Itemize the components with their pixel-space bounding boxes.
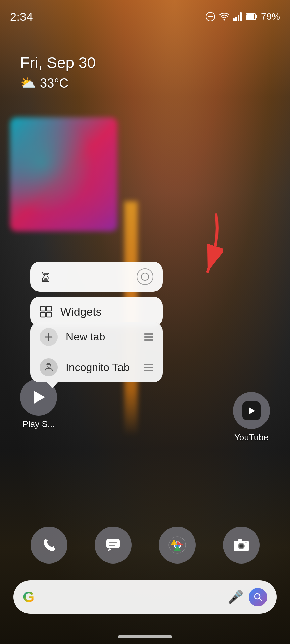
svg-point-2 xyxy=(223,19,225,21)
play-store-label: Play S... xyxy=(22,419,55,429)
photo-widget xyxy=(10,117,117,231)
google-lens-icon[interactable] xyxy=(249,588,267,606)
svg-rect-21 xyxy=(144,339,153,341)
incognito-tab-item[interactable]: Incognito Tab xyxy=(30,352,163,382)
date-display: Fri, Sep 30 xyxy=(20,54,96,72)
home-indicator xyxy=(118,635,172,638)
svg-rect-41 xyxy=(238,539,242,541)
svg-rect-14 xyxy=(47,306,51,311)
incognito-icon xyxy=(40,358,58,376)
svg-rect-3 xyxy=(233,18,235,21)
do-not-disturb-icon xyxy=(205,12,215,22)
svg-rect-26 xyxy=(144,367,153,368)
red-arrow-indicator xyxy=(196,211,223,278)
svg-rect-24 xyxy=(47,363,50,364)
svg-rect-33 xyxy=(109,545,115,546)
weather-icon: ⛅ xyxy=(20,76,36,91)
screen-time-menu-item[interactable]: i xyxy=(30,262,163,292)
google-logo: G xyxy=(23,589,34,605)
status-time: 2:34 xyxy=(10,10,33,23)
messages-app[interactable] xyxy=(95,527,132,564)
svg-rect-13 xyxy=(41,306,45,311)
widgets-label: Widgets xyxy=(60,305,102,318)
svg-rect-42 xyxy=(245,542,247,543)
svg-rect-19 xyxy=(144,333,153,335)
context-menu: i Widgets xyxy=(30,262,163,331)
microphone-icon[interactable]: 🎤 xyxy=(228,590,243,604)
svg-rect-5 xyxy=(238,15,239,21)
signal-icon xyxy=(233,12,242,21)
status-bar: 2:34 79% xyxy=(0,0,290,27)
hourglass-icon xyxy=(40,271,52,283)
new-tab-item[interactable]: New tab xyxy=(30,322,163,352)
youtube-icon-circle[interactable] xyxy=(233,392,270,429)
svg-rect-6 xyxy=(240,12,242,21)
svg-rect-25 xyxy=(144,364,153,365)
svg-rect-20 xyxy=(144,336,153,338)
dock xyxy=(0,527,290,564)
svg-rect-4 xyxy=(235,17,237,21)
date-weather-widget: Fri, Sep 30 ⛅ 33°C xyxy=(20,54,96,91)
new-tab-handle xyxy=(144,333,153,341)
svg-marker-29 xyxy=(249,407,255,414)
new-tab-icon xyxy=(40,328,58,346)
camera-app[interactable] xyxy=(223,527,260,564)
incognito-handle xyxy=(144,364,153,371)
battery-icon xyxy=(246,13,258,20)
incognito-tab-label: Incognito Tab xyxy=(66,361,136,374)
chrome-app[interactable] xyxy=(159,527,196,564)
svg-rect-30 xyxy=(106,539,120,548)
svg-rect-16 xyxy=(47,312,51,317)
svg-line-44 xyxy=(259,598,262,601)
phone-app[interactable] xyxy=(31,527,67,564)
svg-marker-31 xyxy=(108,548,112,552)
svg-rect-9 xyxy=(256,15,257,18)
svg-rect-32 xyxy=(109,542,117,543)
svg-point-40 xyxy=(240,545,243,547)
svg-rect-15 xyxy=(41,312,45,317)
svg-marker-28 xyxy=(34,391,45,404)
widgets-icon xyxy=(40,305,52,318)
wifi-icon xyxy=(219,12,230,21)
svg-text:i: i xyxy=(144,274,146,279)
svg-rect-27 xyxy=(144,370,153,371)
battery-percentage: 79% xyxy=(261,11,280,22)
temperature-display: 33°C xyxy=(40,76,68,91)
youtube-label: YouTube xyxy=(234,432,269,443)
chrome-shortcut-popup: New tab Incognito Tab xyxy=(30,322,163,382)
new-tab-label: New tab xyxy=(66,331,136,343)
info-button[interactable]: i xyxy=(137,268,153,285)
youtube-app[interactable]: YouTube xyxy=(233,392,270,443)
search-bar[interactable]: G 🎤 xyxy=(13,580,277,614)
svg-rect-8 xyxy=(246,14,254,19)
status-icons: 79% xyxy=(205,11,280,22)
